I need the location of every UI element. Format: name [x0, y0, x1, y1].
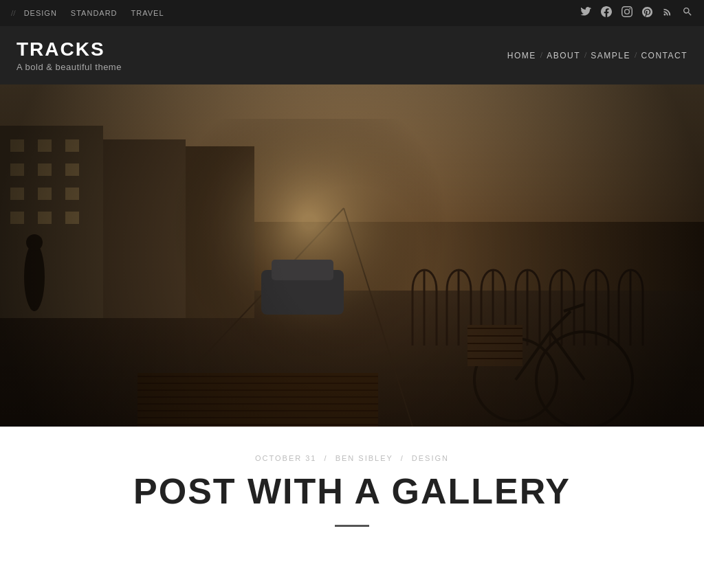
top-bar-nav: DESIGN STANDARD TRAVEL	[24, 9, 164, 17]
nav-about[interactable]: ABOUT	[547, 51, 580, 60]
top-bar: // DESIGN STANDARD TRAVEL	[0, 0, 704, 26]
site-tagline: A bold & beautiful theme	[16, 62, 122, 72]
nav-home[interactable]: HOME	[507, 51, 536, 60]
nav-contact[interactable]: CONTACT	[641, 51, 688, 60]
post-meta: OCTOBER 31 / BEN SIBLEY / DESIGN	[14, 454, 690, 462]
search-button[interactable]	[682, 6, 693, 20]
post-category[interactable]: DESIGN	[412, 454, 449, 462]
site-branding: TRACKS A bold & beautiful theme	[16, 38, 122, 72]
pinterest-icon[interactable]	[642, 7, 652, 20]
post-author[interactable]: BEN SIBLEY	[336, 454, 393, 462]
nav-sample[interactable]: SAMPLE	[591, 51, 630, 60]
instagram-icon[interactable]	[622, 6, 632, 20]
post-content: OCTOBER 31 / BEN SIBLEY / DESIGN POST WI…	[0, 427, 704, 547]
topbar-nav-standard[interactable]: STANDARD	[71, 9, 118, 17]
rss-icon[interactable]	[662, 7, 672, 20]
top-bar-right	[580, 6, 693, 20]
site-header: TRACKS A bold & beautiful theme HOME / A…	[0, 26, 704, 84]
hero-canvas	[0, 84, 704, 427]
site-title[interactable]: TRACKS	[16, 38, 122, 60]
twitter-icon[interactable]	[580, 7, 591, 19]
top-bar-slash: //	[11, 8, 16, 19]
post-date: OCTOBER 31	[255, 454, 317, 462]
top-bar-left: // DESIGN STANDARD TRAVEL	[11, 8, 164, 19]
post-title: POST WITH A GALLERY	[14, 472, 690, 511]
hero-image	[0, 84, 704, 427]
facebook-icon[interactable]	[601, 6, 612, 20]
topbar-nav-design[interactable]: DESIGN	[24, 9, 57, 17]
post-divider	[335, 525, 369, 527]
main-nav: HOME / ABOUT / SAMPLE / CONTACT	[507, 50, 688, 60]
topbar-nav-travel[interactable]: TRAVEL	[131, 9, 164, 17]
